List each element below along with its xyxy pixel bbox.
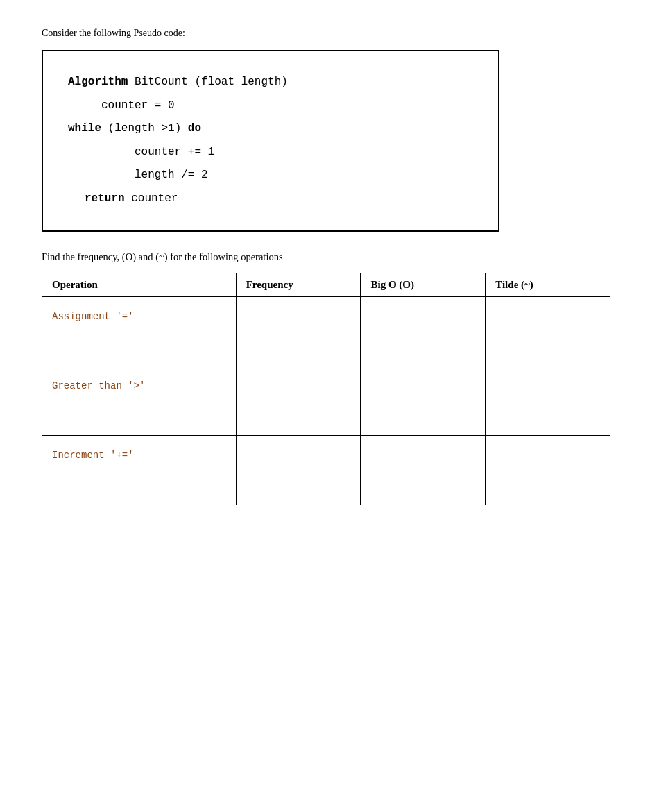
cell-assignment-bigo — [361, 296, 486, 366]
header-bigo: Big O (O) — [361, 273, 486, 296]
cell-greaterthan-bigo — [361, 366, 486, 435]
cell-greaterthan-tilde — [486, 366, 610, 435]
greaterthan-bigo-value — [361, 366, 485, 435]
increment-bigo-value — [361, 436, 485, 505]
table-header-row: Operation Frequency Big O (O) Tilde (~) — [42, 273, 610, 296]
cell-assignment-tilde — [486, 296, 610, 366]
table-row: Assignment '=' — [42, 296, 610, 366]
code-line-5: length /= 2 — [68, 164, 473, 187]
cell-greaterthan-frequency — [236, 366, 361, 435]
assignment-tilde-value — [486, 297, 610, 366]
table-row: Increment '+=' — [42, 435, 610, 505]
header-operation: Operation — [42, 273, 237, 296]
assignment-frequency-value — [237, 297, 361, 366]
cell-increment-tilde — [486, 435, 610, 505]
keyword-algorithm: Algorithm — [68, 76, 128, 88]
header-tilde: Tilde (~) — [486, 273, 610, 296]
greaterthan-tilde-value — [486, 366, 610, 435]
code-line-1: Algorithm BitCount (float length) — [68, 71, 473, 94]
table-row: Greater than '>' — [42, 366, 610, 435]
cell-greaterthan-operation: Greater than '>' — [42, 366, 237, 435]
code-line6-rest: counter — [125, 192, 178, 205]
code-line3-rest: (length >1) — [101, 122, 188, 135]
code-line-4: counter += 1 — [68, 141, 473, 164]
keyword-return: return — [85, 192, 125, 205]
greaterthan-label: Greater than '>' — [42, 366, 236, 435]
increment-label: Increment '+=' — [42, 436, 236, 505]
assignment-bigo-value — [361, 297, 485, 366]
cell-increment-bigo — [361, 435, 486, 505]
cell-increment-operation: Increment '+=' — [42, 435, 237, 505]
code-line-2: counter = 0 — [68, 94, 473, 118]
cell-increment-frequency — [236, 435, 361, 505]
cell-assignment-operation: Assignment '=' — [42, 296, 237, 366]
cell-assignment-frequency — [236, 296, 361, 366]
operations-table: Operation Frequency Big O (O) Tilde (~) … — [42, 273, 610, 505]
code-block: Algorithm BitCount (float length) counte… — [42, 50, 499, 232]
keyword-do: do — [188, 122, 201, 135]
greaterthan-frequency-value — [237, 366, 361, 435]
assignment-label: Assignment '=' — [42, 297, 236, 366]
intro-text: Consider the following Pseudo code: — [42, 28, 610, 39]
frequency-intro-text: Find the frequency, (O) and (~) for the … — [42, 251, 610, 263]
increment-frequency-value — [237, 436, 361, 505]
code-line-6: return counter — [68, 187, 473, 211]
increment-tilde-value — [486, 436, 610, 505]
keyword-while: while — [68, 122, 101, 135]
code-line-3: while (length >1) do — [68, 117, 473, 141]
code-line1-rest: BitCount (float length) — [128, 76, 287, 88]
header-frequency: Frequency — [236, 273, 361, 296]
